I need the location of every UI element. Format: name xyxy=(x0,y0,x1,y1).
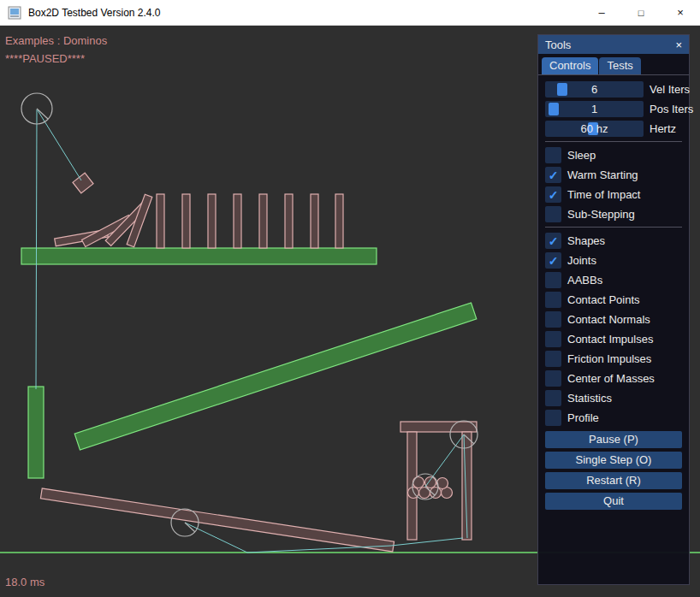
checkbox-contact-impulses[interactable]: Contact Impulses xyxy=(545,331,682,347)
checkbox-box[interactable] xyxy=(545,370,561,387)
example-label: Examples : Dominos xyxy=(5,32,107,50)
checkbox-label: Statistics xyxy=(567,392,612,405)
paused-label: ****PAUSED**** xyxy=(5,50,107,68)
checkbox-shapes[interactable]: ✓Shapes xyxy=(545,233,682,249)
checkbox-sleep[interactable]: Sleep xyxy=(545,147,682,163)
separator xyxy=(545,227,682,228)
quit-button[interactable]: Quit xyxy=(545,493,682,510)
checkbox-contact-normals[interactable]: Contact Normals xyxy=(545,311,682,328)
checkbox-label: Sleep xyxy=(567,149,596,162)
checkbox-center-of-masses[interactable]: Center of Masses xyxy=(545,370,682,387)
checkbox-box[interactable] xyxy=(545,272,561,288)
frame-top-bar xyxy=(400,422,477,432)
single-step-o-button[interactable]: Single Step (O) xyxy=(545,452,682,469)
checkbox-profile[interactable]: Profile xyxy=(545,410,682,426)
pause-p-button[interactable]: Pause (P) xyxy=(545,431,682,448)
shelf-platform xyxy=(21,248,377,264)
vertical-post xyxy=(28,387,44,478)
slider-value: 60 hz xyxy=(545,121,644,137)
checkbox-label: Warm Starting xyxy=(567,168,638,181)
checkbox-box[interactable] xyxy=(545,311,561,328)
checkbox-aabbs[interactable]: AABBs xyxy=(545,272,682,288)
tools-panel-titlebar[interactable]: Tools × xyxy=(538,35,689,54)
checkbox-time-of-impact[interactable]: ✓Time of Impact xyxy=(545,186,682,203)
checkbox-label: Joints xyxy=(567,254,596,267)
restart-r-button[interactable]: Restart (R) xyxy=(545,472,682,489)
window-title: Box2D Testbed Version 2.4.0 xyxy=(28,7,161,19)
separator xyxy=(545,141,682,142)
slider-label: Hertz xyxy=(650,122,676,135)
slider-label: Pos Iters xyxy=(650,103,693,115)
slider-row-hertz: 60 hz Hertz xyxy=(545,121,682,137)
checkbox-box[interactable] xyxy=(545,331,561,347)
seesaw-plank xyxy=(40,488,394,552)
tab-bar: Controls Tests xyxy=(538,54,689,75)
tab-controls[interactable]: Controls xyxy=(542,57,598,74)
pos-iters-slider[interactable]: 1 xyxy=(545,101,644,117)
ball xyxy=(425,477,436,488)
domino xyxy=(208,194,216,248)
checkbox-label: Contact Impulses xyxy=(567,333,653,346)
domino xyxy=(234,194,241,248)
checkbox-box[interactable] xyxy=(545,410,561,426)
checkbox-label: Profile xyxy=(567,411,599,424)
slider-row-pos-iters: 1 Pos Iters xyxy=(545,101,682,117)
checkmark-icon[interactable]: ✓ xyxy=(545,252,561,269)
checkbox-box[interactable] xyxy=(545,390,561,406)
slider-label: Vel Iters xyxy=(650,83,690,96)
action-buttons: Pause (P)Single Step (O)Restart (R)Quit xyxy=(545,431,682,510)
checkbox-sub-stepping[interactable]: Sub-Stepping xyxy=(545,206,682,222)
checkbox-label: Shapes xyxy=(567,234,605,247)
checkbox-box[interactable] xyxy=(545,147,561,163)
pendulum-box xyxy=(73,173,93,193)
checkbox-label: Sub-Stepping xyxy=(567,208,635,221)
checkbox-warm-starting[interactable]: ✓Warm Starting xyxy=(545,167,682,183)
minimize-button[interactable]: – xyxy=(582,0,621,26)
frame-time-label: 18.0 ms xyxy=(5,576,44,588)
title-bar: Box2D Testbed Version 2.4.0 – □ × xyxy=(0,0,700,26)
domino xyxy=(259,194,267,248)
checkbox-label: Time of Impact xyxy=(567,188,640,201)
close-button[interactable]: × xyxy=(661,0,700,26)
solver-checkbox-group: Sleep✓Warm Starting✓Time of ImpactSub-St… xyxy=(545,147,682,222)
checkbox-label: Contact Normals xyxy=(567,313,650,326)
checkmark-icon[interactable]: ✓ xyxy=(545,186,561,203)
checkbox-statistics[interactable]: Statistics xyxy=(545,390,682,406)
domino xyxy=(335,194,343,248)
checkbox-joints[interactable]: ✓Joints xyxy=(545,252,682,269)
domino xyxy=(285,194,293,248)
tools-panel: Tools × Controls Tests 6 Vel Iters 1 Pos… xyxy=(537,34,690,585)
domino xyxy=(157,194,164,248)
checkbox-label: Center of Masses xyxy=(567,372,655,385)
maximize-button[interactable]: □ xyxy=(621,0,661,26)
tools-panel-body: 6 Vel Iters 1 Pos Iters 60 hz Hertz Slee xyxy=(538,75,689,510)
app-icon xyxy=(8,6,21,20)
domino xyxy=(182,194,190,248)
ball xyxy=(413,477,424,488)
checkmark-icon[interactable]: ✓ xyxy=(545,233,561,249)
checkbox-friction-impulses[interactable]: Friction Impulses xyxy=(545,351,682,367)
checkmark-icon[interactable]: ✓ xyxy=(545,167,561,183)
checkbox-contact-points[interactable]: Contact Points xyxy=(545,292,682,308)
checkbox-box[interactable] xyxy=(545,206,561,222)
draw-checkbox-group: ✓Shapes✓JointsAABBsContact PointsContact… xyxy=(545,233,682,426)
checkbox-label: Contact Points xyxy=(567,293,640,306)
vel-iters-slider[interactable]: 6 xyxy=(545,81,644,98)
checkbox-label: Friction Impulses xyxy=(567,352,651,365)
slider-value: 1 xyxy=(545,101,644,117)
domino xyxy=(311,194,318,248)
slider-value: 6 xyxy=(545,81,644,98)
hertz-slider[interactable]: 60 hz xyxy=(545,121,644,137)
tab-tests[interactable]: Tests xyxy=(599,57,640,74)
slider-row-vel-iters: 6 Vel Iters xyxy=(545,81,682,98)
tools-panel-close-icon[interactable]: × xyxy=(675,38,682,51)
checkbox-box[interactable] xyxy=(545,292,561,308)
dynamic-bodies xyxy=(40,173,477,552)
checkbox-label: AABBs xyxy=(567,274,602,287)
window-controls: – □ × xyxy=(582,0,700,26)
hud-overlay: Examples : Dominos ****PAUSED**** xyxy=(5,32,107,68)
checkbox-box[interactable] xyxy=(545,351,561,367)
tools-panel-title: Tools xyxy=(545,38,571,51)
simulation-canvas[interactable]: Examples : Dominos ****PAUSED**** 18.0 m… xyxy=(0,26,700,597)
